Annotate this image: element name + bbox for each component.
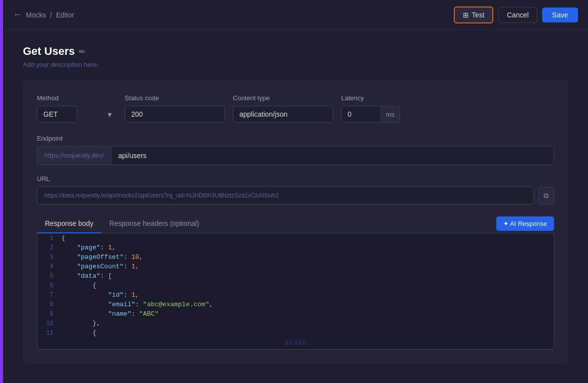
back-button[interactable]: ← <box>13 9 22 20</box>
latency-unit: ms <box>381 106 400 123</box>
endpoint-section: Endpoint https://requestly.dev/ <box>37 135 554 165</box>
table-row: 7 "id": 1, <box>37 290 554 300</box>
table-row: 9 "name": "ABC" <box>37 309 554 319</box>
cancel-button[interactable]: Cancel <box>498 7 537 23</box>
content-type-group: Content type <box>233 94 333 123</box>
breadcrumb-mocks[interactable]: Mocks <box>26 11 46 19</box>
save-button[interactable]: Save <box>542 7 578 22</box>
endpoint-label: Endpoint <box>37 135 554 142</box>
table-row: 4 "pagesCount": 1, <box>37 262 554 271</box>
method-select-wrapper: GET POST PUT DELETE <box>37 106 117 123</box>
tab-response-headers[interactable]: Response headers (optional) <box>101 214 207 233</box>
edit-title-icon[interactable]: ✏ <box>79 47 85 56</box>
tab-response-body[interactable]: Response body <box>37 214 101 233</box>
test-button[interactable]: ⊞ Test <box>454 6 494 23</box>
page-title: Get Users <box>23 45 75 58</box>
method-label: Method <box>37 94 117 102</box>
form-card: Method GET POST PUT DELETE Status code <box>23 80 568 364</box>
ai-response-button[interactable]: ✦ AI Response <box>496 216 554 231</box>
table-row: 2 "page": 1, <box>37 243 554 252</box>
page-title-row: Get Users ✏ <box>23 45 568 58</box>
table-row: 11 { <box>37 328 554 338</box>
table-row: 6 { <box>37 281 554 290</box>
status-code-group: Status code <box>125 94 225 123</box>
form-row-1: Method GET POST PUT DELETE Status code <box>37 94 554 123</box>
tabs-row: Response body Response headers (optional… <box>37 214 554 233</box>
status-code-label: Status code <box>125 94 225 102</box>
copy-url-button[interactable]: ⧉ <box>538 187 554 204</box>
method-select[interactable]: GET POST PUT DELETE <box>37 106 77 123</box>
main-content: Get Users ✏ Add your description here. M… <box>3 30 588 379</box>
test-icon: ⊞ <box>463 11 469 19</box>
copy-icon: ⧉ <box>544 192 549 199</box>
header-actions: ⊞ Test Cancel Save <box>454 6 578 23</box>
breadcrumb-separator: / <box>50 11 52 19</box>
status-code-input[interactable] <box>125 106 225 123</box>
test-label: Test <box>472 11 485 19</box>
code-editor[interactable]: 1{2 "page": 1,3 "pageOffset": 10,4 "page… <box>37 233 554 350</box>
endpoint-path-input[interactable] <box>111 147 554 165</box>
endpoint-base-url: https://requestly.dev/ <box>37 147 111 165</box>
url-label: URL <box>37 175 554 183</box>
header: ← Mocks / Editor ⊞ Test Cancel Save <box>3 0 588 30</box>
url-input-row: ⧉ <box>37 187 554 204</box>
latency-group: Latency ms <box>341 94 554 123</box>
table-row: 10 }, <box>37 319 554 328</box>
page-description: Add your description here. <box>23 61 568 68</box>
latency-input[interactable] <box>341 106 381 123</box>
content-type-label: Content type <box>233 94 333 102</box>
content-type-input[interactable] <box>233 106 333 123</box>
table-row: 8 "email": "abc@example.com", <box>37 300 554 309</box>
breadcrumb: Mocks / Editor <box>26 11 74 19</box>
url-section: URL ⧉ <box>37 175 554 204</box>
latency-row: ms <box>341 106 554 123</box>
url-input[interactable] <box>37 187 534 204</box>
table-row: 3 "pageOffset": 10, <box>37 252 554 262</box>
latency-label: Latency <box>341 94 554 102</box>
table-row: 1{ <box>37 233 554 243</box>
table-row: 5 "data": [ <box>37 271 554 281</box>
method-group: Method GET POST PUT DELETE <box>37 94 117 123</box>
header-left: ← Mocks / Editor <box>13 9 74 20</box>
code-lines: 1{2 "page": 1,3 "pageOffset": 10,4 "page… <box>37 233 554 338</box>
endpoint-input-row: https://requestly.dev/ <box>37 146 554 165</box>
tabs-left: Response body Response headers (optional… <box>37 214 207 233</box>
breadcrumb-editor: Editor <box>56 11 74 19</box>
code-scrollbar[interactable]: ⠿⠿⠿⠿⠿ <box>37 338 554 349</box>
